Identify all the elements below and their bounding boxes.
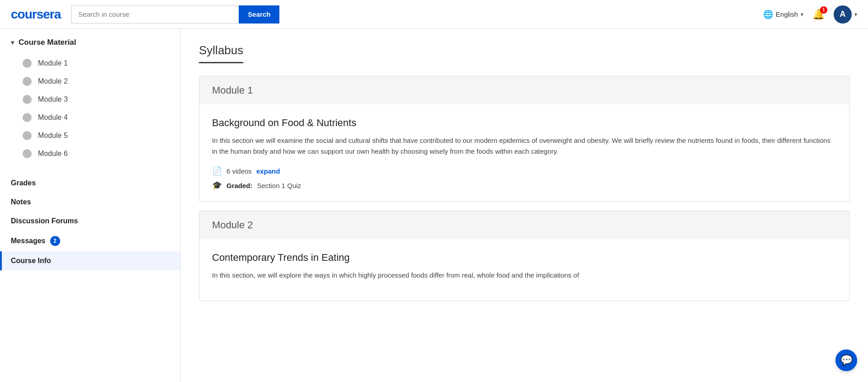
user-menu[interactable]: A ▾ (834, 5, 857, 24)
main-content: Syllabus Module 1 Background on Food & N… (181, 29, 868, 382)
module-2-card: Module 2 Contemporary Trends in Eating I… (199, 211, 850, 301)
sidebar-nav: Grades Notes Discussion Forums Messages … (0, 170, 180, 274)
graded-item: Section 1 Quiz (257, 182, 302, 189)
module-1-body: Background on Food & Nutrients In this s… (199, 104, 849, 201)
videos-meta: 📄 6 videos expand (212, 166, 837, 176)
sidebar-item-grades[interactable]: Grades (0, 174, 180, 193)
chevron-down-icon: ▾ (801, 11, 803, 18)
header: coursera Search 🌐 English ▾ 🔔 1 A ▾ (0, 0, 868, 29)
module-dot-5 (23, 131, 32, 140)
module-2-description: In this section, we will explore the way… (212, 270, 837, 281)
module-dot-4 (23, 113, 32, 122)
messages-label: Messages (11, 237, 46, 245)
expand-link[interactable]: expand (256, 167, 280, 175)
module-dot-3 (23, 95, 32, 104)
sidebar-item-messages[interactable]: Messages 2 (0, 231, 180, 251)
header-right: 🌐 English ▾ 🔔 1 A ▾ (763, 5, 857, 24)
module-1-section-title: Background on Food & Nutrients (212, 117, 837, 129)
graded-icon: 🎓 (212, 180, 222, 190)
layout: ▾ Course Material Module 1 Module 2 Modu… (0, 29, 868, 382)
sidebar-item-course-info[interactable]: Course Info (0, 251, 180, 270)
chat-icon: 💬 (840, 354, 853, 366)
module-1-meta: 📄 6 videos expand 🎓 Graded: Section 1 Qu… (212, 166, 837, 190)
sidebar-item-module6[interactable]: Module 6 (0, 145, 180, 163)
sidebar: ▾ Course Material Module 1 Module 2 Modu… (0, 29, 181, 382)
search-button[interactable]: Search (239, 5, 279, 24)
notification-bell[interactable]: 🔔 1 (812, 9, 825, 20)
sidebar-item-module1[interactable]: Module 1 (0, 54, 180, 72)
graded-label: Graded: (226, 182, 253, 189)
page-title: Syllabus (199, 43, 243, 63)
notification-badge: 1 (820, 6, 827, 14)
logo[interactable]: coursera (11, 7, 61, 22)
sidebar-item-discussion-forums[interactable]: Discussion Forums (0, 212, 180, 231)
module5-label: Module 5 (38, 132, 68, 140)
module-1-description: In this section we will examine the soci… (212, 135, 837, 157)
course-material-header[interactable]: ▾ Course Material (0, 38, 180, 54)
module1-label: Module 1 (38, 59, 68, 67)
module-2-body: Contemporary Trends in Eating In this se… (199, 239, 849, 301)
module-dot-1 (23, 59, 32, 68)
globe-icon: 🌐 (763, 9, 773, 19)
module-2-header: Module 2 (199, 211, 849, 239)
sidebar-item-module2[interactable]: Module 2 (0, 72, 180, 90)
graded-meta: 🎓 Graded: Section 1 Quiz (212, 180, 837, 190)
course-material-label: Course Material (19, 38, 76, 47)
sidebar-item-notes[interactable]: Notes (0, 193, 180, 212)
sidebar-item-module5[interactable]: Module 5 (0, 127, 180, 145)
language-label: English (776, 10, 798, 18)
module-list: Module 1 Module 2 Module 3 Module 4 Modu… (0, 54, 180, 170)
messages-badge: 2 (50, 236, 60, 246)
course-info-label: Course Info (11, 257, 51, 265)
search-bar: Search (71, 5, 279, 24)
module-dot-2 (23, 77, 32, 86)
grades-label: Grades (11, 179, 36, 187)
module2-label: Module 2 (38, 77, 68, 85)
sidebar-item-module3[interactable]: Module 3 (0, 90, 180, 108)
module-1-card: Module 1 Background on Food & Nutrients … (199, 76, 850, 202)
discussion-forums-label: Discussion Forums (11, 217, 78, 225)
collapse-icon: ▾ (11, 39, 14, 46)
notes-label: Notes (11, 198, 31, 206)
module6-label: Module 6 (38, 150, 68, 158)
module-2-section-title: Contemporary Trends in Eating (212, 252, 837, 264)
module4-label: Module 4 (38, 113, 68, 122)
sidebar-item-module4[interactable]: Module 4 (0, 108, 180, 127)
language-selector[interactable]: 🌐 English ▾ (763, 9, 803, 19)
videos-count: 6 videos (226, 167, 252, 175)
module3-label: Module 3 (38, 95, 68, 104)
video-icon: 📄 (212, 166, 222, 176)
module-dot-6 (23, 149, 32, 158)
chat-button[interactable]: 💬 (835, 349, 857, 371)
avatar: A (834, 5, 852, 24)
module-1-header: Module 1 (199, 76, 849, 104)
search-input[interactable] (71, 5, 239, 24)
avatar-chevron-icon: ▾ (854, 11, 857, 18)
